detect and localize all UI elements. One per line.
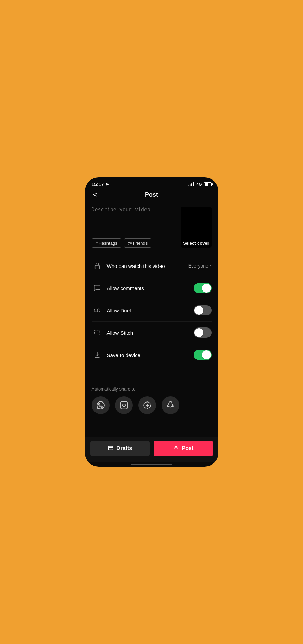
home-indicator: [131, 464, 172, 465]
allow-stitch-label: Allow Stitch: [107, 330, 194, 336]
svg-point-5: [122, 404, 125, 407]
svg-point-6: [126, 403, 126, 404]
save-to-device-item: Save to device: [92, 344, 212, 366]
video-section: # Hashtags @ Friends Select cover: [85, 202, 218, 252]
at-icon: @: [128, 240, 132, 246]
page-header: < Post: [85, 188, 218, 202]
post-button[interactable]: Post: [154, 441, 213, 456]
svg-rect-10: [108, 446, 113, 450]
location-icon: ➤: [105, 182, 109, 187]
status-bar: 15:17 ➤ 4G: [85, 177, 218, 188]
save-to-device-toggle[interactable]: [194, 350, 212, 360]
allow-duet-item: Allow Duet: [92, 299, 212, 322]
drafts-button[interactable]: Drafts: [90, 441, 150, 456]
svg-rect-4: [120, 401, 128, 409]
section-divider: [85, 253, 218, 253]
page-title: Post: [145, 191, 158, 198]
back-button[interactable]: <: [92, 189, 99, 200]
lock-icon: [92, 260, 103, 271]
toggle-knob-stitch: [194, 328, 203, 337]
bottom-bar: Drafts Post: [85, 437, 218, 462]
battery-icon: [204, 182, 212, 186]
who-can-watch-label: Who can watch this video: [107, 263, 188, 269]
svg-point-12: [176, 446, 176, 447]
status-right: 4G: [188, 182, 211, 187]
snapchat-button[interactable]: [162, 396, 179, 414]
svg-rect-0: [95, 265, 99, 269]
share-section: Automatically share to:: [85, 380, 218, 418]
instagram-button[interactable]: [115, 396, 133, 414]
allow-comments-label: Allow comments: [107, 285, 194, 291]
toggle-knob-duet: [194, 306, 203, 315]
toggle-knob-save: [202, 350, 211, 359]
description-input[interactable]: [92, 207, 177, 236]
allow-stitch-item: Allow Stitch: [92, 322, 212, 344]
tags-row: # Hashtags @ Friends: [92, 238, 177, 248]
allow-duet-label: Allow Duet: [107, 308, 194, 313]
comment-icon: [92, 283, 103, 294]
video-thumbnail[interactable]: Select cover: [181, 207, 212, 248]
tiktok-story-button[interactable]: [138, 396, 156, 414]
description-area: # Hashtags @ Friends: [92, 207, 177, 248]
friends-button[interactable]: @ Friends: [124, 238, 152, 248]
who-can-watch-item[interactable]: Who can watch this video Everyone ›: [92, 255, 212, 277]
main-content: # Hashtags @ Friends Select cover: [85, 202, 218, 437]
who-can-watch-value: Everyone ›: [188, 263, 212, 269]
phone-frame: 15:17 ➤ 4G < Post: [85, 177, 218, 467]
duet-icon: [92, 305, 103, 316]
allow-comments-toggle[interactable]: [194, 283, 212, 293]
story-icon: [143, 401, 152, 410]
drafts-icon: [108, 445, 114, 451]
allow-comments-item: Allow comments: [92, 277, 212, 299]
settings-list: Who can watch this video Everyone › Allo…: [85, 255, 218, 366]
post-icon: [173, 445, 179, 451]
hashtags-button[interactable]: # Hashtags: [92, 238, 121, 248]
stitch-icon: [92, 327, 103, 338]
save-to-device-label: Save to device: [107, 352, 194, 358]
chevron-right-icon: ›: [210, 263, 212, 269]
allow-stitch-toggle[interactable]: [194, 327, 212, 338]
network-type: 4G: [196, 182, 202, 187]
svg-rect-3: [94, 330, 100, 335]
toggle-knob: [202, 284, 211, 293]
share-label: Automatically share to:: [92, 386, 212, 392]
signal-bars: [188, 182, 194, 186]
select-cover-label: Select cover: [183, 240, 209, 246]
whatsapp-button[interactable]: [92, 396, 110, 414]
hashtag-icon: #: [96, 240, 98, 246]
download-icon: [92, 349, 103, 360]
instagram-icon: [119, 401, 128, 410]
battery-fill: [205, 183, 209, 186]
time-display: 15:17: [92, 182, 104, 187]
whatsapp-icon: [96, 401, 105, 410]
allow-duet-toggle[interactable]: [194, 305, 212, 315]
snapchat-icon: [166, 401, 175, 410]
share-icons-row: [92, 396, 212, 414]
